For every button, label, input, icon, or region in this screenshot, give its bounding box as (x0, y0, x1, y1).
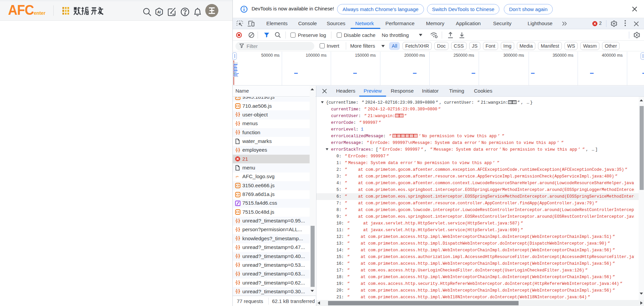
svg-text:AI: AI (157, 10, 161, 14)
